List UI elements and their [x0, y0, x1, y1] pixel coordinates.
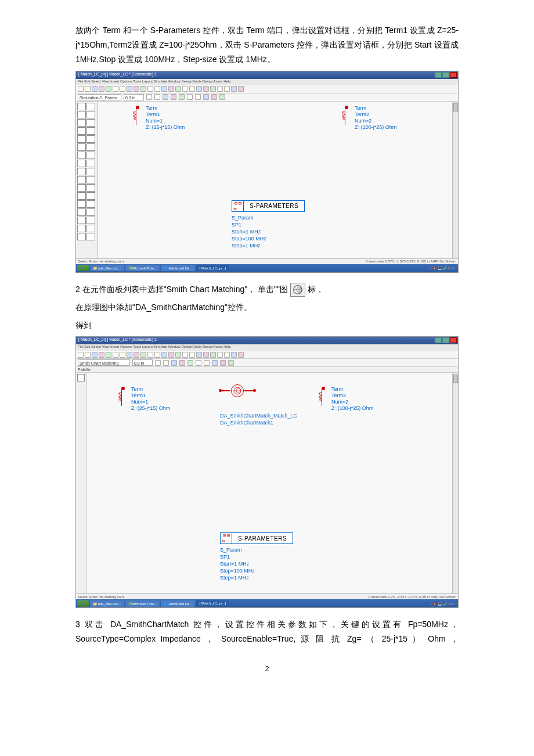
palette-icon[interactable] [77, 176, 86, 183]
component-palette[interactable] [76, 373, 86, 593]
start-button[interactable] [77, 265, 89, 271]
toolbar-icon[interactable] [171, 94, 176, 100]
palette-icon[interactable] [86, 176, 95, 183]
component-palette[interactable] [76, 102, 98, 258]
toolbar-icon[interactable] [175, 86, 181, 92]
toolbar-icon[interactable] [219, 94, 225, 100]
toolbar-icon[interactable] [179, 360, 185, 366]
palette-icon[interactable] [86, 160, 95, 167]
s-parameters-block[interactable]: ⚙⚙▪▪ S-PARAMETERS S_Param SP1 Start=1 MH… [220, 532, 293, 581]
toolbar-1[interactable] [76, 85, 458, 93]
toolbar-icon[interactable] [231, 352, 237, 358]
toolbar-icon[interactable] [187, 94, 193, 100]
toolbar-icon[interactable] [210, 352, 216, 358]
palette-icon[interactable] [77, 168, 86, 175]
toolbar-icon[interactable] [106, 352, 111, 358]
toolbar-icon[interactable] [161, 352, 167, 358]
toolbar-icon[interactable] [168, 86, 174, 92]
toolbar-icon[interactable] [196, 352, 202, 358]
palette-icon[interactable] [77, 217, 86, 224]
toolbar-icon[interactable] [163, 94, 168, 100]
palette-icon[interactable] [77, 192, 86, 200]
palette-icon[interactable] [77, 127, 86, 135]
toolbar-icon[interactable] [140, 352, 146, 358]
toolbar-icon[interactable] [147, 86, 153, 92]
maximize-button[interactable] [442, 72, 449, 78]
toolbar-icon[interactable] [147, 352, 153, 358]
task-item[interactable]: 🍀Microsoft Pow... [125, 265, 160, 271]
toolbar-icon[interactable] [99, 352, 104, 358]
toolbar-icon[interactable] [231, 86, 237, 92]
palette-icon[interactable] [86, 192, 95, 200]
palette-icon[interactable] [86, 208, 95, 216]
toolbar-icon[interactable] [182, 86, 188, 92]
toolbar-icon[interactable] [217, 86, 223, 92]
toolbar-icon[interactable] [154, 94, 160, 100]
palette-icon[interactable] [77, 184, 86, 192]
smith-palette-icon[interactable] [77, 374, 85, 381]
task-item[interactable]: 🍀Microsoft Pow... [125, 600, 160, 607]
minimize-button[interactable] [435, 72, 442, 78]
toolbar-icon[interactable] [203, 94, 209, 100]
palette-icon[interactable] [86, 152, 95, 159]
palette-icon[interactable] [86, 119, 95, 127]
palette-icon[interactable] [77, 225, 86, 232]
toolbar-1[interactable] [76, 351, 458, 359]
palette-icon[interactable] [86, 168, 95, 175]
task-item[interactable]: 🔷 Advanced De... [161, 600, 195, 607]
toolbar-icon[interactable] [196, 360, 201, 366]
palette-icon[interactable] [77, 200, 86, 208]
toolbar-icon[interactable] [228, 360, 234, 366]
palette-icon[interactable] [77, 143, 86, 151]
toolbar-icon[interactable] [127, 352, 132, 358]
toolbar-icon[interactable] [196, 86, 202, 92]
task-item[interactable]: [ Match_LC_pr...] [196, 265, 229, 271]
toolbar-icon[interactable] [211, 94, 217, 100]
toolbar-icon[interactable] [78, 86, 84, 92]
palette-icon[interactable] [86, 217, 95, 224]
maximize-button[interactable] [442, 337, 449, 343]
window-controls[interactable] [435, 337, 457, 343]
toolbar-icon[interactable] [195, 94, 201, 100]
menubar[interactable]: File Edit Select View Insert Options Too… [76, 344, 458, 351]
toolbar-icon[interactable] [179, 94, 185, 100]
toolbar-icon[interactable] [146, 94, 152, 100]
system-tray[interactable]: « 🔇 💻 🔊 9:56 [427, 600, 457, 607]
schematic-canvas[interactable]: <><> Term Term1 Num=1 Z=(25-j*15) Ohm [86, 373, 458, 593]
toolbar-icon[interactable] [127, 86, 132, 92]
task-item[interactable]: [ Match_LC_pr...] [196, 600, 229, 607]
toolbar-icon[interactable] [204, 360, 210, 366]
toolbar-icon[interactable] [171, 360, 177, 366]
toolbar-icon[interactable] [217, 352, 223, 358]
toolbar-icon[interactable] [224, 86, 230, 92]
toolbar-icon[interactable] [99, 86, 104, 92]
palette-icon[interactable] [77, 119, 86, 127]
task-item[interactable]: 📁 ads_files.doc... [90, 600, 124, 607]
minimize-button[interactable] [435, 337, 442, 343]
toolbar-icon[interactable] [154, 86, 160, 92]
palette-icon[interactable] [86, 233, 95, 240]
palette-icon[interactable] [86, 111, 95, 118]
palette-dropdown[interactable]: Simulation-S_Param [78, 94, 121, 100]
close-button[interactable] [450, 337, 457, 343]
value-box[interactable]: 0.0 in [124, 94, 144, 100]
toolbar-icon[interactable] [168, 352, 174, 358]
term1-component[interactable]: <><> Term Term1 Num=1 Z=(25-j*15) Ohm [133, 106, 142, 129]
toolbar-icon[interactable] [203, 86, 209, 92]
toolbar-icon[interactable] [106, 86, 111, 92]
start-button[interactable] [77, 600, 89, 607]
task-item[interactable]: 🔷 Advanced De... [161, 265, 195, 271]
palette-icon[interactable] [86, 127, 95, 135]
value-box[interactable]: 0.0 in [132, 359, 153, 366]
toolbar-icon[interactable] [85, 86, 91, 92]
palette-icon[interactable] [77, 103, 86, 110]
menubar[interactable]: File Edit Select View Insert Options Too… [76, 79, 458, 85]
toolbar-icon[interactable] [210, 86, 216, 92]
toolbar-icon[interactable] [189, 86, 195, 92]
toolbar-icon[interactable] [182, 352, 188, 358]
term2-component[interactable]: <><> Term Term2 Num=2 Z=(100-j*25) Ohm [319, 387, 328, 411]
palette-icon[interactable] [86, 184, 95, 192]
toolbar-icon[interactable] [220, 360, 226, 366]
toolbar-icon[interactable] [238, 352, 244, 358]
s-parameters-block[interactable]: ⚙⚙▪▪ S-PARAMETERS S_Param SP1 Start=1 MH… [232, 200, 305, 249]
